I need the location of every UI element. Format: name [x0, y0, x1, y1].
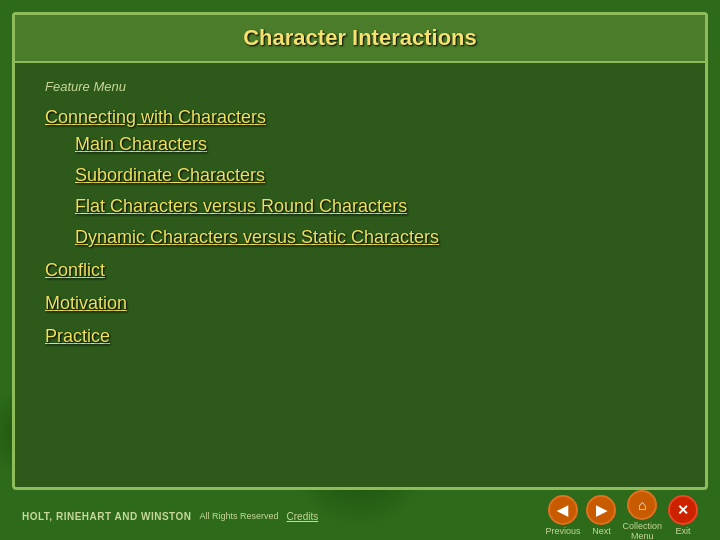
- previous-button[interactable]: ◀ Previous: [545, 490, 580, 540]
- main-menu-list: Connecting with Characters Main Characte…: [45, 104, 675, 352]
- collection-label: CollectionMenu: [622, 522, 662, 540]
- bottom-bar: HOLT, RINEHART AND WINSTON All Rights Re…: [12, 492, 708, 540]
- practice-link[interactable]: Practice: [45, 323, 110, 350]
- publisher-info: HOLT, RINEHART AND WINSTON All Rights Re…: [22, 511, 545, 522]
- main-container: Character Interactions Feature Menu Conn…: [12, 12, 708, 490]
- list-item: Flat Characters versus Round Characters: [75, 193, 675, 220]
- nav-group: ◀ Previous ▶ Next ⌂ CollectionMenu ✕ Exi…: [545, 490, 698, 540]
- previous-label: Previous: [545, 527, 580, 537]
- sub-menu-list: Main Characters Subordinate Characters F…: [45, 131, 675, 251]
- page-title: Character Interactions: [35, 25, 685, 51]
- list-item: Motivation: [45, 290, 675, 317]
- publisher-name: HOLT, RINEHART AND WINSTON: [22, 511, 191, 522]
- list-item: Subordinate Characters: [75, 162, 675, 189]
- credits-link[interactable]: Credits: [287, 511, 319, 522]
- list-item: Main Characters: [75, 131, 675, 158]
- feature-menu-label: Feature Menu: [45, 79, 675, 94]
- collection-menu-button[interactable]: ⌂ CollectionMenu: [622, 490, 662, 540]
- exit-button[interactable]: ✕ Exit: [668, 490, 698, 540]
- exit-icon: ✕: [668, 495, 698, 525]
- main-characters-link[interactable]: Main Characters: [75, 131, 207, 158]
- list-item: Practice: [45, 323, 675, 350]
- list-item: Dynamic Characters versus Static Charact…: [75, 224, 675, 251]
- list-item: Conflict: [45, 257, 675, 284]
- flat-vs-round-link[interactable]: Flat Characters versus Round Characters: [75, 193, 407, 220]
- title-bar: Character Interactions: [15, 15, 705, 63]
- motivation-link[interactable]: Motivation: [45, 290, 127, 317]
- exit-label: Exit: [675, 527, 690, 537]
- list-item: Connecting with Characters Main Characte…: [45, 104, 675, 251]
- dynamic-vs-static-link[interactable]: Dynamic Characters versus Static Charact…: [75, 224, 439, 251]
- content-area: Feature Menu Connecting with Characters …: [15, 63, 705, 487]
- previous-icon: ◀: [548, 495, 578, 525]
- next-label: Next: [592, 527, 611, 537]
- next-button[interactable]: ▶ Next: [586, 490, 616, 540]
- conflict-link[interactable]: Conflict: [45, 257, 105, 284]
- rights-text: All Rights Reserved: [199, 511, 278, 521]
- next-icon: ▶: [586, 495, 616, 525]
- subordinate-characters-link[interactable]: Subordinate Characters: [75, 162, 265, 189]
- home-icon: ⌂: [627, 490, 657, 520]
- connecting-with-characters-link[interactable]: Connecting with Characters: [45, 104, 266, 131]
